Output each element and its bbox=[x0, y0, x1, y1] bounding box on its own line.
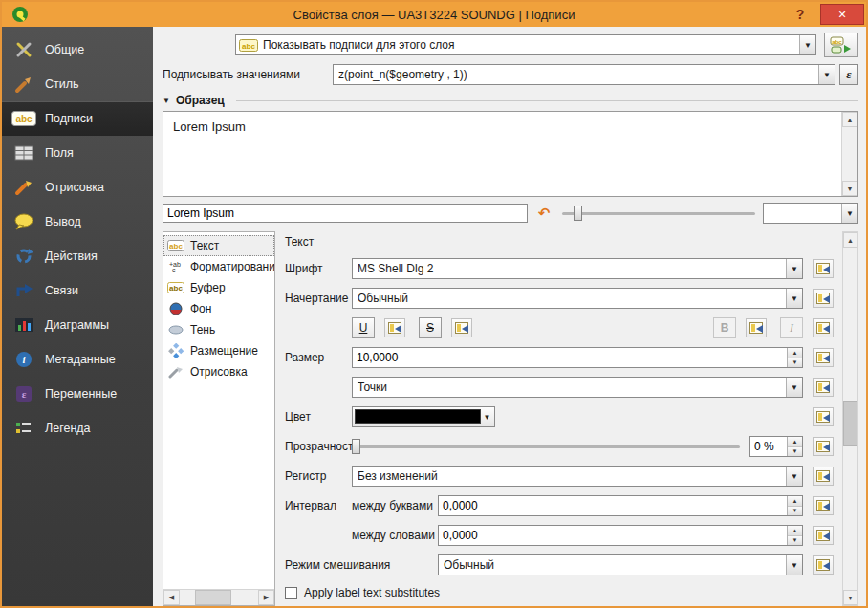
style-item-buffer[interactable]: abc Буфер bbox=[163, 277, 274, 298]
scroll-up-icon[interactable]: ▲ bbox=[842, 112, 857, 127]
help-button[interactable]: ? bbox=[788, 7, 813, 22]
data-defined-override-button[interactable] bbox=[813, 526, 834, 545]
sidebar-item-labels[interactable]: abc Подписи bbox=[2, 101, 153, 136]
show-labels-combobox[interactable]: abc Показывать подписи для этого слоя ▼ bbox=[235, 34, 816, 55]
style-list-horizontal-scrollbar[interactable]: ◀ ▶ bbox=[163, 589, 274, 605]
reset-sample-button[interactable]: ↶ bbox=[533, 204, 554, 223]
style-item-background[interactable]: Фон bbox=[163, 298, 274, 319]
word-spacing-spinbox[interactable]: ▲▼ bbox=[438, 525, 803, 546]
slider-handle[interactable] bbox=[352, 439, 360, 454]
scroll-down-icon[interactable]: ▼ bbox=[842, 181, 857, 196]
spin-up-icon[interactable]: ▲ bbox=[788, 437, 802, 447]
style-item-shadow[interactable]: Тень bbox=[163, 319, 274, 340]
size-spinbox[interactable]: ▲▼ bbox=[352, 347, 803, 368]
data-defined-override-button[interactable] bbox=[813, 407, 834, 426]
sidebar-item-fields[interactable]: Поля bbox=[2, 136, 153, 170]
chevron-down-icon[interactable]: ▼ bbox=[786, 259, 802, 278]
sidebar-item-joins[interactable]: Связи bbox=[2, 273, 153, 308]
sidebar-item-legend[interactable]: Легенда bbox=[2, 411, 153, 445]
size-input[interactable] bbox=[353, 348, 787, 367]
data-defined-override-button[interactable] bbox=[746, 318, 767, 337]
scroll-down-icon[interactable]: ▼ bbox=[843, 590, 857, 605]
word-spacing-input[interactable] bbox=[439, 526, 787, 545]
chevron-down-icon[interactable]: ▼ bbox=[841, 204, 857, 223]
style-item-rendering[interactable]: Отрисовка bbox=[163, 361, 274, 382]
font-combobox[interactable]: MS Shell Dlg 2 ▼ bbox=[352, 258, 803, 279]
sidebar-item-variables[interactable]: ε Переменные bbox=[2, 377, 153, 411]
sidebar-item-actions[interactable]: Действия bbox=[2, 239, 153, 273]
chevron-down-icon[interactable]: ▼ bbox=[818, 65, 835, 84]
data-defined-override-button[interactable] bbox=[451, 318, 472, 337]
opacity-slider[interactable] bbox=[352, 437, 740, 456]
scrollbar-track[interactable] bbox=[231, 590, 258, 605]
chevron-down-icon[interactable]: ▼ bbox=[786, 378, 802, 397]
sidebar-item-style[interactable]: Стиль bbox=[2, 67, 153, 101]
letter-spacing-input[interactable] bbox=[439, 496, 787, 515]
sidebar-item-diagrams[interactable]: Диаграммы bbox=[2, 308, 153, 342]
sidebar-item-metadata[interactable]: i Метаданные bbox=[2, 342, 153, 377]
opacity-input[interactable] bbox=[750, 437, 787, 456]
data-defined-override-button[interactable] bbox=[813, 289, 834, 308]
titlebar[interactable]: Свойства слоя — UA3T3224 SOUNDG | Подпис… bbox=[2, 2, 866, 27]
data-defined-override-button[interactable] bbox=[813, 378, 834, 397]
data-defined-override-button[interactable] bbox=[813, 437, 834, 456]
font-color-button[interactable]: ▼ bbox=[352, 406, 495, 427]
underline-button[interactable]: U bbox=[352, 317, 375, 338]
spin-up-icon[interactable]: ▲ bbox=[788, 496, 802, 507]
data-defined-override-button[interactable] bbox=[813, 348, 834, 367]
preview-scale-slider[interactable] bbox=[562, 204, 755, 223]
spin-down-icon[interactable]: ▼ bbox=[788, 447, 802, 457]
spin-down-icon[interactable]: ▼ bbox=[788, 536, 802, 546]
expression-builder-button[interactable]: ε bbox=[839, 64, 858, 85]
style-item-text[interactable]: abc Текст bbox=[163, 235, 274, 256]
data-defined-override-button[interactable] bbox=[813, 318, 834, 337]
type-case-combobox[interactable]: Без изменений ▼ bbox=[352, 466, 803, 487]
scrollbar-thumb[interactable] bbox=[843, 401, 857, 446]
chevron-down-icon[interactable]: ▼ bbox=[786, 289, 802, 308]
preview-background-combobox[interactable]: ▼ bbox=[763, 203, 858, 224]
style-item-placement[interactable]: Размещение bbox=[163, 340, 274, 361]
bold-button[interactable]: B bbox=[713, 317, 736, 338]
scroll-up-icon[interactable]: ▲ bbox=[843, 232, 857, 248]
data-defined-override-button[interactable] bbox=[813, 467, 834, 486]
scroll-left-icon[interactable]: ◀ bbox=[163, 590, 180, 605]
sample-group-header[interactable]: ▼ Образец bbox=[163, 94, 858, 107]
preview-vertical-scrollbar[interactable]: ▲ ▼ bbox=[841, 112, 857, 196]
automated-placement-settings-button[interactable]: abc bbox=[824, 33, 858, 57]
data-defined-override-button[interactable] bbox=[813, 259, 834, 278]
sidebar-item-general[interactable]: Общие bbox=[2, 33, 153, 67]
strikeout-button[interactable]: S bbox=[419, 317, 442, 338]
spin-down-icon[interactable]: ▼ bbox=[788, 358, 802, 368]
chevron-down-icon[interactable]: ▼ bbox=[786, 555, 802, 575]
panel-vertical-scrollbar[interactable]: ▲ ▼ bbox=[842, 231, 858, 606]
size-units-combobox[interactable]: Точки ▼ bbox=[352, 377, 803, 398]
italic-button[interactable]: I bbox=[780, 317, 803, 338]
close-button[interactable]: ✕ bbox=[820, 4, 864, 25]
blend-mode-combobox[interactable]: Обычный ▼ bbox=[438, 554, 803, 575]
expression-combobox[interactable]: z(point_n($geometry , 1)) ▼ bbox=[333, 64, 835, 85]
chevron-down-icon[interactable]: ▼ bbox=[481, 413, 493, 422]
collapse-triangle-icon[interactable]: ▼ bbox=[163, 97, 170, 105]
style-item-label: Отрисовка bbox=[190, 365, 248, 379]
scroll-right-icon[interactable]: ▶ bbox=[258, 590, 274, 605]
font-style-combobox[interactable]: Обычный ▼ bbox=[352, 288, 803, 309]
spin-down-icon[interactable]: ▼ bbox=[788, 507, 802, 516]
chevron-down-icon[interactable]: ▼ bbox=[786, 467, 802, 486]
spin-up-icon[interactable]: ▲ bbox=[788, 526, 802, 536]
sample-text-input[interactable] bbox=[163, 204, 528, 223]
scrollbar-track[interactable] bbox=[843, 248, 857, 590]
spin-up-icon[interactable]: ▲ bbox=[788, 348, 802, 358]
slider-handle[interactable] bbox=[574, 206, 582, 221]
sidebar-item-display[interactable]: Вывод bbox=[2, 205, 153, 239]
sidebar-item-rendering[interactable]: Отрисовка bbox=[2, 170, 153, 205]
data-defined-override-button[interactable] bbox=[813, 555, 834, 575]
scrollbar-thumb[interactable] bbox=[195, 590, 231, 605]
paintbrush-icon bbox=[11, 75, 36, 94]
apply-substitutes-checkbox[interactable] bbox=[285, 587, 297, 599]
letter-spacing-spinbox[interactable]: ▲▼ bbox=[438, 495, 803, 516]
style-item-formatting[interactable]: +abc Форматирование bbox=[163, 256, 274, 277]
data-defined-override-button[interactable] bbox=[813, 496, 834, 515]
chevron-down-icon[interactable]: ▼ bbox=[799, 35, 815, 54]
data-defined-override-button[interactable] bbox=[384, 318, 405, 337]
opacity-spinbox[interactable]: ▲▼ bbox=[749, 436, 803, 457]
